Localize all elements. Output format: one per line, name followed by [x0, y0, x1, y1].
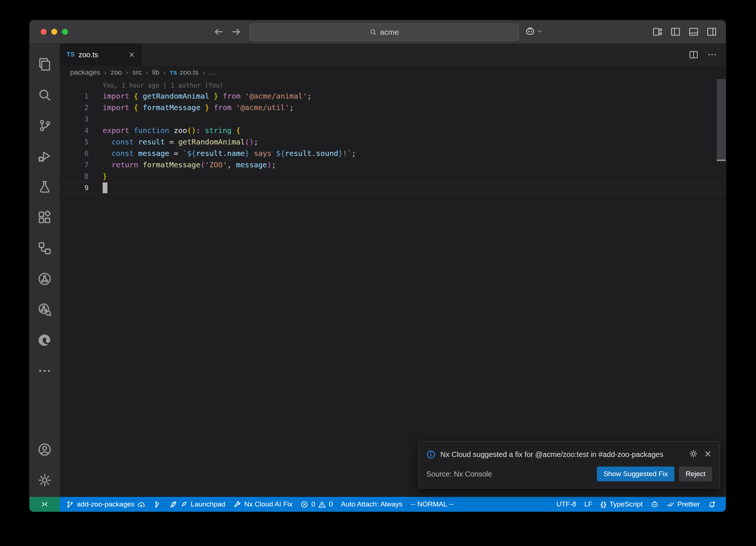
breadcrumb-item-zoo[interactable]: zoo — [111, 68, 122, 76]
breadcrumb-item-[interactable]: … — [209, 68, 216, 76]
status-item-notifications-bell[interactable] — [704, 497, 720, 512]
activity-bar — [30, 44, 60, 497]
split-editor[interactable] — [689, 50, 698, 59]
toggle-secondary-sidebar[interactable] — [707, 27, 717, 37]
ellipsis-icon — [38, 364, 52, 378]
cloud-upload-icon — [137, 501, 145, 508]
code-line-1: 1import { getRandomAnimal } from '@acme/… — [60, 91, 726, 102]
toggle-panel[interactable] — [688, 27, 699, 37]
breadcrumb-separator: › — [203, 68, 205, 76]
close-window-button[interactable] — [41, 29, 47, 35]
line-content: } — [89, 171, 107, 182]
close-tab-icon[interactable] — [128, 51, 135, 58]
braces-icon: {} — [601, 501, 606, 508]
ts-file-icon: TS — [66, 51, 75, 58]
breadcrumb-item-zoots[interactable]: TSzoo.ts — [170, 68, 199, 76]
status-item-language-mode[interactable]: {}TypeScript — [597, 497, 647, 512]
copilot-menu[interactable] — [525, 26, 543, 37]
activity-item-accounts[interactable] — [30, 434, 60, 465]
status-item-label: Nx Cloud AI Fix — [244, 500, 292, 508]
status-item-eol[interactable]: LF — [580, 497, 597, 512]
code-line-9: 9 — [60, 182, 726, 194]
activity-item-extensions[interactable] — [30, 202, 60, 233]
commit-graph-icon — [153, 501, 161, 508]
title-bar: acme — [30, 20, 726, 44]
activity-item-search[interactable] — [30, 79, 60, 110]
activity-item-testing[interactable] — [30, 171, 60, 202]
notification-toast: Nx Cloud suggested a fix for @acme/zoo:t… — [419, 441, 720, 488]
reject-button[interactable]: Reject — [679, 467, 712, 481]
copilot-icon — [525, 26, 535, 37]
account-icon — [38, 443, 52, 457]
activity-item-nx-console[interactable] — [30, 233, 60, 263]
command-center[interactable]: acme — [250, 24, 519, 41]
tab-bar: TS zoo.ts — [60, 44, 726, 66]
check-double-icon — [667, 501, 674, 508]
status-item-auto-attach[interactable]: Auto Attach: Always — [337, 497, 406, 512]
breadcrumb-label: packages — [70, 68, 100, 76]
status-item-commit-graph[interactable] — [149, 497, 165, 512]
status-item-vim-mode[interactable]: -- NORMAL -- — [406, 497, 457, 512]
line-number: 6 — [60, 148, 89, 159]
customize-layout[interactable] — [652, 27, 663, 37]
status-item-branch[interactable]: add-zoo-packages — [62, 497, 149, 512]
activity-item-explorer[interactable] — [30, 49, 60, 79]
notification-settings-gear-icon[interactable] — [689, 450, 698, 458]
breadcrumb-separator: › — [146, 68, 148, 76]
code-editor[interactable]: You, 1 hour ago | 1 author (You) 1import… — [60, 79, 726, 497]
activity-item-edge-browser[interactable] — [30, 325, 60, 355]
scrollbar-thumb[interactable] — [717, 79, 726, 160]
breadcrumb-separator: › — [126, 68, 128, 76]
show-suggested-fix-button[interactable]: Show Suggested Fix — [597, 467, 674, 481]
screenshot-stage: acme TS zoo.ts — [0, 0, 756, 546]
status-item-label: UTF-8 — [556, 500, 576, 508]
line-content: return formatMessage('ZOO', message); — [89, 159, 276, 171]
tab-title: zoo.ts — [79, 51, 98, 59]
error-icon — [300, 501, 308, 508]
zoom-window-button[interactable] — [62, 29, 68, 35]
code-line-6: 6 const message = `${result.name} says $… — [60, 148, 726, 159]
nav-back[interactable] — [213, 27, 224, 37]
line-content: const message = `${result.name} says ${r… — [89, 148, 356, 159]
activity-item-source-control[interactable] — [30, 110, 60, 141]
breadcrumb-item-src[interactable]: src — [133, 68, 142, 76]
activity-item-project-graph-focus[interactable] — [30, 294, 60, 325]
breadcrumb-label: lib — [152, 68, 159, 76]
activity-item-project-graph[interactable] — [30, 263, 60, 294]
activity-item-settings[interactable] — [30, 465, 60, 495]
tab-zoo-ts[interactable]: TS zoo.ts — [60, 44, 142, 66]
status-item-label: LF — [584, 500, 592, 508]
line-content — [89, 182, 107, 194]
more-actions[interactable] — [707, 50, 717, 59]
extensions-icon — [38, 211, 52, 225]
remote-indicator[interactable] — [30, 497, 60, 512]
ts-file-icon: TS — [170, 69, 177, 76]
breadcrumb-label: zoo — [111, 68, 122, 76]
editor-scrollbar[interactable] — [717, 79, 726, 497]
status-item-prettier[interactable]: Prettier — [663, 497, 704, 512]
breadcrumb-item-lib[interactable]: lib — [152, 68, 159, 76]
status-item-problems[interactable]: 00 — [296, 497, 337, 512]
status-item-launchpad[interactable]: Launchpad — [165, 497, 229, 512]
status-item-copilot[interactable] — [647, 497, 663, 512]
line-number: 4 — [60, 125, 89, 136]
minimize-window-button[interactable] — [51, 29, 57, 35]
info-icon — [426, 450, 436, 459]
nav-forward[interactable] — [231, 27, 241, 37]
history-nav — [213, 27, 241, 37]
edge-icon — [38, 333, 52, 347]
status-item-nx-cloud-ai-fix[interactable]: Nx Cloud AI Fix — [229, 497, 296, 512]
code-line-3: 3 — [60, 113, 726, 125]
activity-item-more-views[interactable] — [30, 355, 60, 386]
code-line-5: 5 const result = getRandomAnimal(); — [60, 136, 726, 148]
command-center-value: acme — [380, 28, 399, 37]
notification-close-icon[interactable] — [704, 450, 712, 458]
breadcrumb-item-packages[interactable]: packages — [70, 68, 100, 76]
toggle-primary-sidebar[interactable] — [670, 27, 681, 37]
status-item-encoding[interactable]: UTF-8 — [552, 497, 580, 512]
notification-message: Nx Cloud suggested a fix for @acme/zoo:t… — [440, 447, 684, 461]
breadcrumb-separator: › — [163, 68, 165, 76]
layout-controls — [652, 27, 717, 37]
activity-item-run-and-debug[interactable] — [30, 141, 60, 171]
status-item-label: Prettier — [677, 500, 700, 508]
